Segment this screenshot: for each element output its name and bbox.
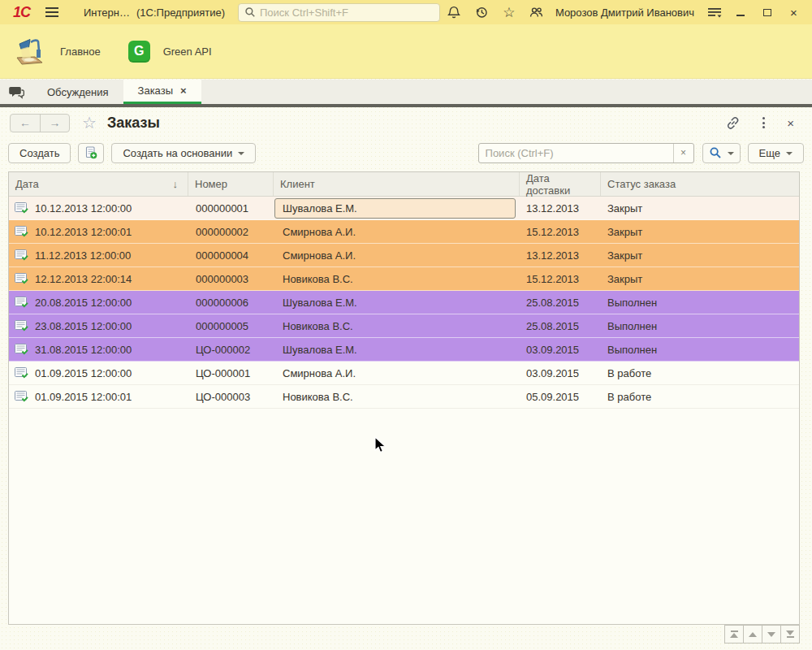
cell-number[interactable]: ЦО-000003 [188, 391, 274, 403]
next-page-button[interactable] [762, 625, 781, 644]
cell-order-status[interactable]: Закрыт [601, 249, 799, 262]
search-options-button[interactable] [702, 143, 741, 163]
get-link-icon[interactable] [725, 115, 741, 131]
table-row[interactable]: 10.12.2013 12:00:00 000000001 Шувалова Е… [9, 197, 799, 220]
nav-forward-button[interactable]: → [40, 115, 69, 132]
sort-descending-icon[interactable]: ↓ [173, 178, 179, 190]
table-row[interactable]: 23.08.2015 12:00:00 000000005 Новикова В… [9, 314, 799, 338]
cell-delivery-date[interactable]: 05.09.2015 [520, 391, 601, 403]
discussions-bubbles-icon[interactable] [0, 80, 32, 104]
window-close-button[interactable]: × [780, 1, 807, 24]
document-posted-icon [15, 367, 28, 379]
section-main-label: Главное [60, 46, 101, 58]
table-row[interactable]: 12.12.2013 22:00:14 000000003 Новикова В… [9, 267, 799, 291]
cell-order-status[interactable]: Выполнен [601, 344, 799, 356]
cell-client[interactable]: Новикова В.С. [274, 316, 516, 336]
cell-delivery-date[interactable]: 03.09.2015 [520, 344, 601, 356]
cell-client[interactable]: Смирнова А.И. [274, 363, 516, 384]
favorite-star-icon[interactable]: ☆ [82, 115, 97, 131]
list-search-input[interactable] [479, 144, 673, 162]
cell-number[interactable]: 000000006 [188, 297, 274, 309]
column-header-date[interactable]: Дата ↓ [9, 172, 188, 196]
form-close-icon[interactable]: × [787, 116, 794, 130]
table-row[interactable]: 11.12.2013 12:00:00 000000004 Смирнова А… [9, 244, 799, 267]
cell-order-status[interactable]: Выполнен [601, 320, 799, 332]
notifications-bell-icon[interactable] [440, 1, 468, 24]
go-to-last-button[interactable] [780, 625, 800, 644]
cell-date: 20.08.2015 12:00:00 [35, 297, 132, 309]
table-row[interactable]: 01.09.2015 12:00:01 ЦО-000003 Новикова В… [9, 385, 799, 409]
cell-order-status[interactable]: В работе [601, 391, 799, 403]
mouse-cursor [374, 436, 387, 454]
column-header-delivery-date[interactable]: Дата доставки [520, 172, 601, 196]
cell-delivery-date[interactable]: 13.12.2013 [520, 249, 601, 262]
cell-number[interactable]: 000000002 [188, 226, 274, 238]
cell-order-status[interactable]: Выполнен [601, 297, 799, 309]
cell-client[interactable]: Шувалова Е.М. [274, 292, 516, 313]
create-by-copying-button[interactable] [78, 143, 104, 163]
cell-delivery-date[interactable]: 25.08.2015 [520, 297, 601, 309]
cell-number[interactable]: 000000005 [188, 320, 274, 332]
more-button[interactable]: Еще [748, 143, 804, 163]
nav-back-button[interactable]: ← [11, 115, 40, 132]
cell-client[interactable]: Смирнова А.И. [274, 222, 516, 242]
tab-discussions[interactable]: Обсуждения [32, 80, 123, 104]
global-search-box[interactable] [238, 3, 440, 22]
cell-order-status[interactable]: Закрыт [601, 273, 799, 285]
cell-delivery-date[interactable]: 15.12.2013 [520, 226, 601, 238]
column-header-order-status[interactable]: Статус заказа [601, 172, 799, 196]
triangle-down-icon [767, 632, 775, 637]
column-header-number[interactable]: Номер [188, 172, 274, 196]
cell-number[interactable]: ЦО-000001 [188, 367, 274, 379]
cell-date: 10.12.2013 12:00:01 [35, 226, 132, 238]
table-row[interactable]: 10.12.2013 12:00:01 000000002 Смирнова А… [9, 220, 799, 244]
service-settings-menu-icon[interactable] [702, 1, 727, 24]
users-icon[interactable] [523, 1, 551, 24]
cell-delivery-date[interactable]: 25.08.2015 [520, 320, 601, 332]
table-row[interactable]: 31.08.2015 12:00:00 ЦО-000002 Шувалова Е… [9, 338, 799, 362]
cell-client[interactable]: Новикова В.С. [274, 269, 516, 289]
cell-client[interactable]: Смирнова А.И. [274, 245, 516, 266]
cell-delivery-date[interactable]: 15.12.2013 [520, 273, 601, 285]
1c-logo-icon[interactable]: 1С [5, 4, 38, 21]
current-user-name: Морозов Дмитрий Иванович [555, 6, 694, 19]
create-based-on-button[interactable]: Создать на основании [111, 143, 256, 163]
cell-delivery-date[interactable]: 13.12.2013 [520, 202, 601, 214]
create-button-label: Создать [19, 147, 59, 159]
list-search-box[interactable]: × [478, 143, 694, 163]
app-title-suffix: (1С:Предприятие) [136, 6, 225, 19]
cell-delivery-date[interactable]: 03.09.2015 [520, 367, 601, 379]
more-actions-kebab-icon[interactable] [762, 117, 765, 128]
cell-client[interactable]: Шувалова Е.М. [274, 198, 516, 219]
open-windows-tabbar: Обсуждения Заказы × [0, 80, 812, 104]
cell-number[interactable]: 000000003 [188, 273, 274, 285]
cell-number[interactable]: ЦО-000002 [188, 344, 274, 356]
cell-client[interactable]: Шувалова Е.М. [274, 340, 516, 360]
clear-search-icon[interactable]: × [673, 144, 693, 162]
chevron-down-icon [786, 152, 793, 155]
window-maximize-button[interactable] [754, 1, 780, 24]
tab-orders[interactable]: Заказы × [123, 80, 201, 104]
cell-order-status[interactable]: В работе [601, 367, 799, 379]
favorites-star-icon[interactable]: ☆ [495, 1, 523, 24]
document-posted-icon [15, 344, 28, 355]
section-green-api[interactable]: G Green API [128, 41, 212, 63]
create-button[interactable]: Создать [8, 143, 71, 163]
cell-number[interactable]: 000000001 [188, 202, 274, 214]
cell-order-status[interactable]: Закрыт [601, 202, 799, 214]
section-main[interactable]: Главное [11, 33, 101, 69]
column-header-client[interactable]: Клиент [274, 172, 520, 196]
cell-order-status[interactable]: Закрыт [601, 226, 799, 238]
cell-number[interactable]: 000000004 [188, 249, 274, 262]
table-row[interactable]: 20.08.2015 12:00:00 000000006 Шувалова Е… [9, 291, 799, 314]
global-search-input[interactable] [260, 6, 434, 19]
cell-client[interactable]: Новикова В.С. [274, 387, 516, 407]
table-row[interactable]: 01.09.2015 12:00:00 ЦО-000001 Смирнова А… [9, 362, 799, 385]
titlebar: 1С Интерн… (1С:Предприятие) ☆ [0, 0, 812, 24]
main-menu-hamburger-icon[interactable] [38, 7, 66, 17]
tab-close-icon[interactable]: × [180, 84, 187, 97]
history-icon[interactable] [468, 1, 495, 24]
go-to-first-button[interactable] [724, 625, 744, 644]
window-minimize-button[interactable] [727, 1, 754, 24]
previous-page-button[interactable] [743, 625, 762, 644]
